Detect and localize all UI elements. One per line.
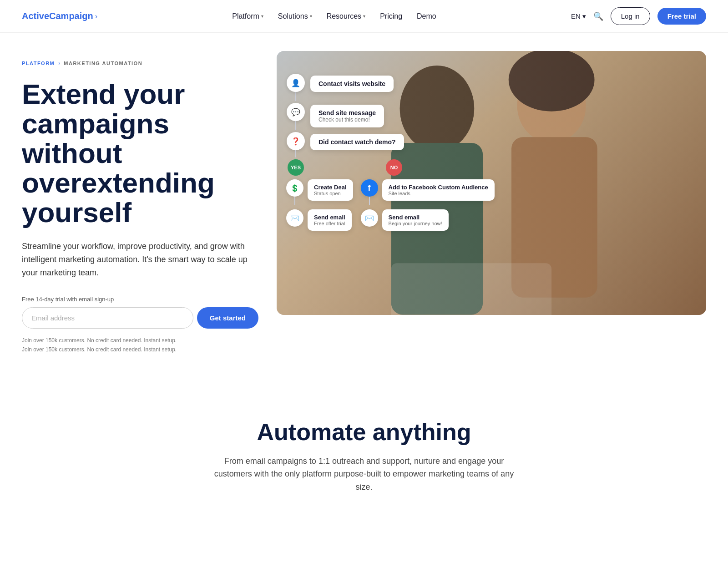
send-email-right-card: Send email Begin your journey now! — [382, 209, 449, 231]
deal-icon-col: 💲 — [286, 179, 304, 205]
hero-left: PLATFORM › MARKETING AUTOMATION Extend y… — [22, 51, 258, 355]
nav-platform-chevron-icon: ▾ — [261, 14, 263, 19]
nav-demo[interactable]: Demo — [417, 12, 436, 20]
language-selector[interactable]: EN ▾ — [571, 12, 586, 20]
step3-card: Did contact watch demo? — [310, 134, 404, 150]
email-left-icon-col: ✉️ — [286, 209, 304, 227]
step3-line — [295, 150, 296, 157]
nav-demo-label: Demo — [417, 12, 436, 20]
automate-section: Automate anything From email campaigns t… — [0, 382, 728, 521]
question-icon: ❓ — [287, 132, 305, 150]
create-deal-step: 💲 Create Deal Status open — [286, 179, 353, 205]
breadcrumb-separator-icon: › — [58, 60, 60, 66]
hero-title: Extend your campaigns without overextend… — [22, 79, 258, 227]
step1-card: Contact visits website — [310, 76, 394, 92]
email-left-icon: ✉️ — [286, 209, 303, 227]
nav-pricing[interactable]: Pricing — [380, 12, 402, 20]
no-branch: f Add to Facebook Custom Audience Site l… — [360, 179, 495, 231]
trial-label: Free 14-day trial with email sign-up — [22, 296, 258, 303]
nav-platform-label: Platform — [232, 12, 259, 20]
breadcrumb: PLATFORM › MARKETING AUTOMATION — [22, 60, 258, 66]
step2-card: Send site message Check out this demo! — [310, 105, 384, 127]
navbar: ActiveCampaign › Platform ▾ Solutions ▾ … — [0, 0, 728, 33]
nav-pricing-label: Pricing — [380, 12, 402, 20]
language-label: EN — [571, 12, 581, 20]
email-form: Get started — [22, 307, 258, 329]
login-button[interactable]: Log in — [611, 7, 650, 25]
search-icon[interactable]: 🔍 — [593, 11, 603, 21]
logo-arrow-icon: › — [95, 12, 97, 20]
hero-subtitle: Streamline your workflow, improve produc… — [22, 240, 258, 279]
automation-overlay: 👤 Contact visits website 💬 Send site mes… — [286, 74, 495, 231]
create-deal-title: Create Deal — [314, 184, 347, 191]
step-contact-visits: 👤 Contact visits website — [286, 74, 495, 101]
get-started-button[interactable]: Get started — [197, 307, 258, 329]
deal-icon: 💲 — [286, 179, 303, 197]
nav-resources-chevron-icon: ▾ — [363, 14, 365, 19]
no-badge: NO — [386, 159, 402, 176]
email-right-icon: ✉️ — [361, 209, 378, 227]
facebook-audience-step: f Add to Facebook Custom Audience Site l… — [360, 179, 495, 205]
nav-resources[interactable]: Resources ▾ — [327, 12, 365, 20]
hero-right: 👤 Contact visits website 💬 Send site mes… — [277, 51, 706, 315]
nav-resources-label: Resources — [327, 12, 361, 20]
step3-icon-col: ❓ — [286, 132, 306, 157]
nav-links: Platform ▾ Solutions ▾ Resources ▾ Prici… — [232, 12, 436, 20]
step1-icon-col: 👤 — [286, 74, 306, 101]
send-email-left-card: Send email Free offer trial — [308, 209, 352, 231]
automate-subtitle: From email campaigns to 1:1 outreach and… — [209, 455, 519, 494]
step2-title: Send site message — [318, 109, 376, 117]
send-email-left-title: Send email — [314, 214, 345, 221]
free-trial-button[interactable]: Free trial — [657, 8, 706, 25]
facebook-line — [369, 197, 370, 205]
breadcrumb-platform[interactable]: PLATFORM — [22, 61, 55, 66]
social-proof-line-1: Join over 150k customers. No credit card… — [22, 336, 258, 345]
facebook-icon-col: f — [360, 179, 379, 205]
create-deal-sub: Status open — [314, 191, 347, 196]
social-proof-line-2: Join over 150k customers. No credit card… — [22, 345, 258, 354]
message-icon: 💬 — [287, 103, 305, 121]
send-email-right-title: Send email — [389, 214, 442, 221]
send-email-left-step: ✉️ Send email Free offer trial — [286, 209, 353, 231]
step1-line — [295, 92, 296, 101]
fork-cards: 💲 Create Deal Status open ✉️ — [286, 179, 495, 231]
send-email-right-sub: Begin your journey now! — [389, 221, 442, 226]
nav-solutions-chevron-icon: ▾ — [310, 14, 312, 19]
facebook-audience-title: Add to Facebook Custom Audience — [389, 184, 488, 191]
step-send-message: 💬 Send site message Check out this demo! — [286, 103, 495, 130]
yes-no-row: YES NO — [288, 159, 495, 176]
nav-right: EN ▾ 🔍 Log in Free trial — [571, 7, 706, 25]
deal-line — [294, 197, 295, 205]
step-watch-demo: ❓ Did contact watch demo? — [286, 132, 495, 157]
hero-section: PLATFORM › MARKETING AUTOMATION Extend y… — [0, 33, 728, 382]
step2-sub: Check out this demo! — [318, 117, 376, 123]
send-email-left-sub: Free offer trial — [314, 221, 345, 226]
yes-badge: YES — [288, 159, 304, 176]
yes-branch: 💲 Create Deal Status open ✉️ — [286, 179, 353, 231]
nav-solutions-label: Solutions — [278, 12, 308, 20]
nav-platform[interactable]: Platform ▾ — [232, 12, 263, 20]
step1-title: Contact visits website — [318, 80, 385, 87]
step2-icon-col: 💬 — [286, 103, 306, 130]
send-email-right-step: ✉️ Send email Begin your journey now! — [360, 209, 495, 231]
logo[interactable]: ActiveCampaign › — [22, 11, 97, 21]
facebook-icon: f — [361, 179, 378, 197]
email-right-icon-col: ✉️ — [360, 209, 379, 227]
step3-title: Did contact watch demo? — [318, 138, 396, 146]
step2-line — [295, 121, 296, 130]
facebook-audience-card: Add to Facebook Custom Audience Site lea… — [382, 179, 495, 201]
language-chevron-icon: ▾ — [582, 12, 586, 20]
nav-solutions[interactable]: Solutions ▾ — [278, 12, 312, 20]
contact-icon: 👤 — [287, 74, 305, 92]
logo-text: ActiveCampaign — [22, 11, 93, 21]
breadcrumb-page: MARKETING AUTOMATION — [64, 61, 142, 66]
facebook-audience-sub: Site leads — [389, 191, 488, 196]
create-deal-card: Create Deal Status open — [308, 179, 353, 201]
automate-title: Automate anything — [22, 418, 706, 446]
email-input[interactable] — [22, 307, 193, 329]
social-proof: Join over 150k customers. No credit card… — [22, 336, 258, 355]
